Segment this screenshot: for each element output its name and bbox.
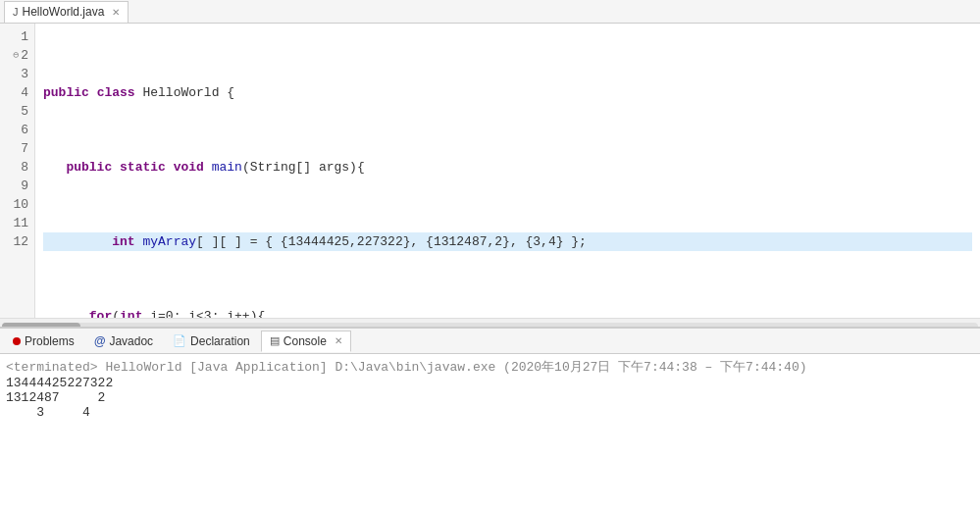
terminated-text: <terminated> HelloWorld [Java Applicatio… [6,360,807,375]
console-close-icon[interactable]: ✕ [335,335,342,346]
line-num-4: 4 [4,83,28,102]
line-num-10: 10 [4,195,28,214]
console-icon: ▤ [270,334,280,347]
code-line-4: for(int i=0; i<3; i++){ [43,307,972,318]
editor-area: 1 ⊖2 3 4 5 6 7 8 9 10 11 12 public class… [0,24,980,328]
tab-console[interactable]: ▤ Console ✕ [261,331,351,352]
line-num-12: 12 [4,232,28,251]
line-num-8: 8 [4,158,28,177]
console-output-area: <terminated> HelloWorld [Java Applicatio… [0,354,980,506]
bottom-panel: Problems @ Javadoc 📄 Declaration ▤ Conso… [0,328,980,506]
problems-label: Problems [25,334,75,348]
tab-javadoc[interactable]: @ Javadoc [85,331,162,352]
tab-close-button[interactable]: ✕ [112,7,120,18]
console-label: Console [284,334,327,348]
code-container: 1 ⊖2 3 4 5 6 7 8 9 10 11 12 public class… [0,24,980,318]
line-num-11: 11 [4,214,28,232]
line-num-9: 9 [4,177,28,195]
code-line-2: public static void main(String[] args){ [43,158,972,177]
tab-filename: HelloWorld.java [23,5,105,19]
panel-tab-bar: Problems @ Javadoc 📄 Declaration ▤ Conso… [0,329,980,354]
javadoc-icon: @ [94,334,106,348]
problems-icon [13,337,21,345]
line-num-3: 3 [4,65,28,83]
javadoc-label: Javadoc [109,334,153,348]
declaration-label: Declaration [190,334,250,348]
line-num-2: ⊖2 [4,46,28,65]
code-line-1: public class HelloWorld { [43,83,972,102]
line-numbers: 1 ⊖2 3 4 5 6 7 8 9 10 11 12 [0,24,35,318]
declaration-icon: 📄 [173,334,186,347]
horizontal-scrollbar[interactable] [0,318,980,328]
scrollbar-thumb[interactable] [2,323,80,329]
line-num-6: 6 [4,121,28,139]
line-num-1: 1 [4,27,28,46]
console-terminated-line: <terminated> HelloWorld [Java Applicatio… [6,358,974,376]
code-line-3: int myArray[ ][ ] = { {13444425,227322},… [43,232,972,251]
line-num-5: 5 [4,102,28,121]
scrollbar-track [2,323,978,329]
console-output-line-3: 3 4 [6,405,974,420]
tab-bar: J HelloWorld.java ✕ [0,0,980,24]
tab-declaration[interactable]: 📄 Declaration [164,331,259,352]
java-file-icon: J [13,6,19,18]
file-tab[interactable]: J HelloWorld.java ✕ [4,1,129,23]
console-output-line-2: 1312487 2 [6,390,974,405]
line-num-7: 7 [4,139,28,158]
code-content[interactable]: public class HelloWorld { public static … [35,24,980,318]
tab-problems[interactable]: Problems [4,331,83,352]
console-output-line-1: 13444425227322 [6,376,974,390]
